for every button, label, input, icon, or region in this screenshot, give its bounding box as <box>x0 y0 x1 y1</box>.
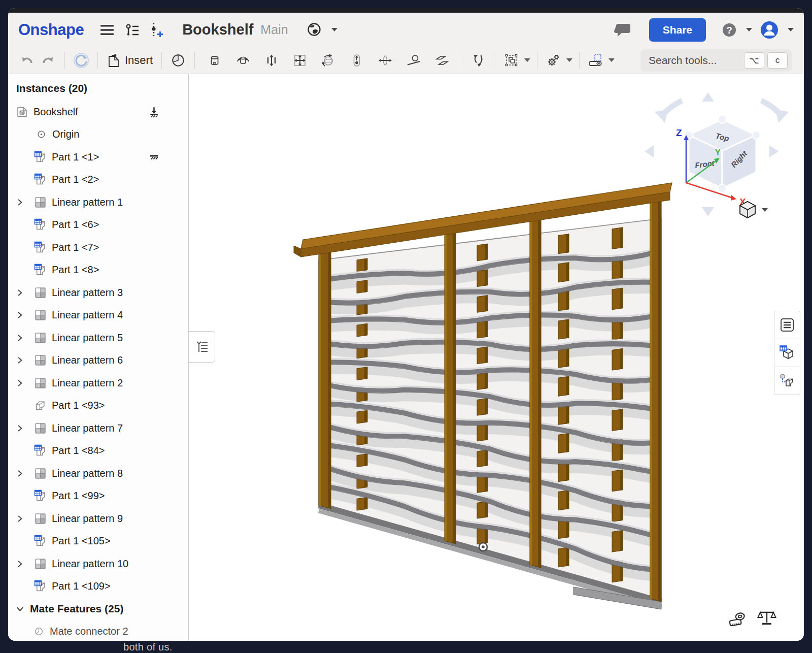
measure-tool-button[interactable] <box>726 607 749 631</box>
help-icon[interactable]: ? <box>721 21 738 39</box>
tree-item-linear-pattern[interactable]: Linear pattern 4 <box>8 304 188 327</box>
tree-item-linear-pattern[interactable]: Linear pattern 8 <box>8 462 188 485</box>
account-caret-icon[interactable] <box>788 28 794 31</box>
instances-title: Instances (20) <box>16 82 188 101</box>
part-icon <box>33 534 47 548</box>
tree-item-part[interactable]: Part 1 <99> <box>8 485 188 508</box>
onshape-logo[interactable]: Onshape <box>18 21 84 39</box>
sheet-roll-caret-icon[interactable] <box>608 58 615 62</box>
toolbar-divider <box>64 52 65 69</box>
gimbal-mate-icon[interactable] <box>377 52 394 69</box>
rotate-update-icon[interactable] <box>73 52 90 69</box>
tree-item-part[interactable]: Part 1 <2> <box>8 169 188 191</box>
display-states-icon[interactable] <box>503 52 520 69</box>
globe-icon[interactable] <box>306 22 323 38</box>
assembly-icon <box>15 105 29 119</box>
display-states-caret-icon[interactable] <box>524 58 530 62</box>
part-icon <box>33 579 47 593</box>
ball-mate-icon[interactable] <box>320 52 337 69</box>
bom-table-panel-button[interactable] <box>774 339 800 367</box>
tree-item-part[interactable]: Part 1 <6> <box>8 214 188 237</box>
globe-caret-icon[interactable] <box>331 28 337 31</box>
sheet-roll-icon[interactable] <box>587 52 604 69</box>
snap-mode-icon[interactable] <box>470 52 487 69</box>
avatar[interactable] <box>759 20 780 40</box>
planar-mate-icon[interactable] <box>291 52 309 69</box>
fixed-icon <box>148 151 160 164</box>
share-button[interactable]: Share <box>649 18 706 42</box>
linear-pattern-icon <box>33 308 47 322</box>
app-header: Onshape Bookshelf Main <box>8 13 804 47</box>
redo-button[interactable] <box>40 52 57 69</box>
view-options-button[interactable] <box>737 198 773 221</box>
hamburger-menu-icon[interactable] <box>99 23 115 37</box>
linear-pattern-icon <box>33 512 47 526</box>
chevron-right-icon[interactable] <box>16 560 24 568</box>
grounded-icon <box>148 106 160 118</box>
chevron-right-icon[interactable] <box>16 469 24 478</box>
chevron-right-icon[interactable] <box>16 334 24 342</box>
bookshelf-3d-model[interactable]: Top Front Right Z Y X <box>189 74 804 641</box>
pin-slot-mate-icon[interactable] <box>348 52 365 69</box>
feature-list-panel-button[interactable] <box>774 311 800 339</box>
tree-item-origin[interactable]: Origin <box>8 123 188 146</box>
insert-button[interactable]: Insert <box>107 53 153 68</box>
chevron-right-icon[interactable] <box>16 288 24 297</box>
comment-icon[interactable] <box>614 21 632 39</box>
undo-button[interactable] <box>18 52 36 69</box>
mate-features-section[interactable]: Mate Features (25) <box>8 598 188 621</box>
part-icon <box>33 489 47 503</box>
toolbar-divider <box>462 52 462 69</box>
slider-mate-icon[interactable] <box>263 52 280 69</box>
graphics-area[interactable]: Top Front Right Z Y X <box>189 74 804 641</box>
cylindrical-mate-icon[interactable] <box>234 52 252 69</box>
chevron-right-icon[interactable] <box>16 356 24 365</box>
version-tree-icon[interactable] <box>124 22 140 38</box>
fastened-mate-icon[interactable] <box>170 52 187 69</box>
chevron-right-icon[interactable] <box>16 198 24 207</box>
linear-pattern-icon <box>33 286 47 300</box>
mass-properties-button[interactable] <box>755 606 779 630</box>
chevron-right-icon[interactable] <box>16 311 24 319</box>
part-icon <box>33 399 47 412</box>
create-version-icon[interactable] <box>149 22 164 38</box>
settings-caret-icon[interactable] <box>566 58 572 62</box>
tree-item-linear-pattern[interactable]: Linear pattern 5 <box>8 326 188 349</box>
tree-item-linear-pattern[interactable]: Linear pattern 7 <box>8 417 188 440</box>
parallel-mate-icon[interactable] <box>433 52 451 69</box>
revolute-mate-icon[interactable] <box>206 52 223 69</box>
toolbar-divider <box>161 52 162 69</box>
assembly-settings-gears-icon[interactable] <box>545 52 562 69</box>
tree-item-part[interactable]: Part 1 <105> <box>8 530 188 553</box>
tree-item-part[interactable]: Part 1 <7> <box>8 236 188 259</box>
tree-item-linear-pattern[interactable]: Linear pattern 3 <box>8 281 188 304</box>
tree-item-linear-pattern[interactable]: Linear pattern 6 <box>8 349 188 372</box>
tree-item-bookshelf[interactable]: Bookshelf <box>8 101 188 123</box>
tree-item-part[interactable]: Part 1 <109> <box>8 575 188 598</box>
tree-item-linear-pattern[interactable]: Linear pattern 2 <box>8 372 188 395</box>
window-top-strip <box>8 8 804 13</box>
part-icon <box>33 241 47 254</box>
instance-configuration-button[interactable] <box>774 367 800 395</box>
help-caret-icon[interactable] <box>746 28 752 31</box>
assembly-toolbar: Insert <box>8 47 804 74</box>
chevron-right-icon[interactable] <box>16 424 24 433</box>
tree-item-linear-pattern[interactable]: Linear pattern 9 <box>8 507 188 530</box>
chevron-down-icon[interactable] <box>15 604 25 614</box>
tree-item-part[interactable]: Part 1 <84> <box>8 440 188 463</box>
chevron-right-icon[interactable] <box>16 514 24 523</box>
linear-pattern-icon <box>33 376 47 390</box>
origin-marker[interactable] <box>479 543 487 551</box>
workspace-name[interactable]: Main <box>260 22 288 37</box>
instances-panel-toggle[interactable] <box>189 331 215 363</box>
tree-item-mate-connector[interactable]: Mate connector 2 <box>8 621 188 641</box>
tree-item-part[interactable]: Part 1 <8> <box>8 259 188 282</box>
tree-item-part[interactable]: Part 1 <1> <box>8 146 188 169</box>
tree-item-part[interactable]: Part 1 <93> <box>8 395 188 417</box>
linear-pattern-icon <box>33 557 47 571</box>
tree-item-linear-pattern[interactable]: Linear pattern 10 <box>8 552 188 575</box>
chevron-right-icon[interactable] <box>16 379 24 387</box>
tangent-mate-icon[interactable] <box>405 52 422 69</box>
tree-item-linear-pattern[interactable]: Linear pattern 1 <box>8 191 188 214</box>
search-tools-field[interactable]: Search tools... ⌥ c <box>640 49 792 72</box>
